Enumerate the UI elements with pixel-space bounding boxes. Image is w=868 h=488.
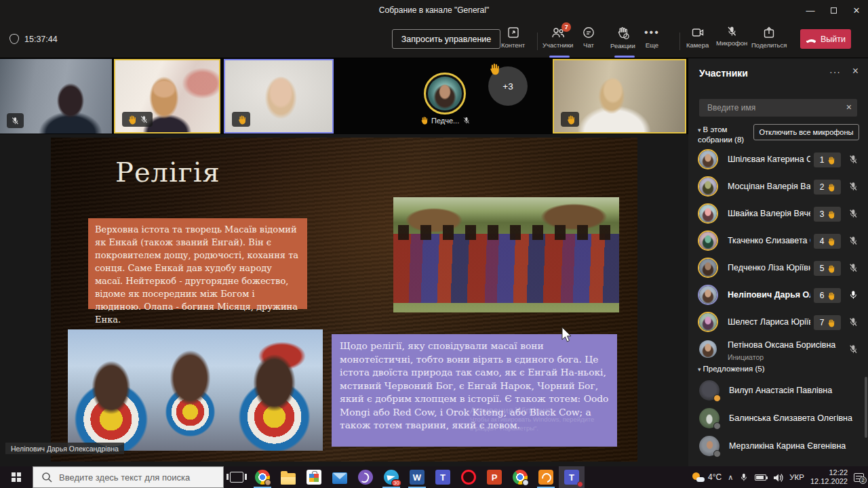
video-tile-1[interactable] [0, 59, 112, 134]
participant-row[interactable]: Шпілєвая Катерина Оле... 1 [688, 146, 868, 174]
action-center-icon[interactable]: 2 [854, 473, 864, 482]
unread-badge: 30 [391, 479, 401, 487]
task-view-button[interactable] [224, 466, 250, 488]
mic-off-icon[interactable] [848, 344, 859, 354]
panel-scrollbar[interactable] [865, 377, 867, 438]
mic-off-icon[interactable] [848, 263, 859, 273]
participant-row[interactable]: Ткаченко Єлизавета Ол... 4 [688, 228, 868, 255]
section-in-meeting[interactable]: ▾В этом собрании (8) [698, 125, 751, 144]
mic-off-icon[interactable] [848, 182, 859, 192]
offline-badge [713, 450, 721, 458]
section-suggestions[interactable]: ▾Предложения (5) [698, 365, 765, 373]
taskbar-search[interactable] [33, 466, 224, 488]
teams-meeting-window: Собрание в канале "General" — ✕ 15:37:44… [0, 0, 868, 488]
telegram-icon: 30 [384, 470, 399, 485]
orange-app-icon [538, 470, 553, 485]
reactions-button[interactable]: Реакции [610, 26, 635, 49]
share-button[interactable]: Поделиться [751, 26, 787, 49]
more-button[interactable]: ••• Еще [644, 26, 660, 49]
participant-row[interactable]: Мосціпан Валерія Васи... 2 [688, 174, 868, 201]
weather-widget[interactable]: 4°C [692, 472, 722, 482]
mute-all-button[interactable]: Отключить все микрофоны [753, 124, 859, 140]
mic-off-icon [726, 26, 738, 37]
teams-button[interactable]: T [430, 466, 456, 488]
word-icon: W [410, 470, 425, 485]
content-button[interactable]: Контент [501, 26, 525, 49]
participants-panel: Участники ··· × × ▾В этом собрании (8) О… [688, 58, 868, 466]
viber-button[interactable] [353, 466, 378, 488]
panel-more-icon[interactable]: ··· [829, 66, 841, 77]
telegram-button[interactable]: 30 [378, 466, 404, 488]
panel-close-icon[interactable]: × [852, 65, 859, 77]
camera-button[interactable]: Камера [686, 26, 709, 49]
tray-time: 12:22 [810, 468, 848, 477]
organizer-role-label: Инициатор [728, 353, 764, 361]
leave-button[interactable]: Выйти [800, 29, 851, 49]
participant-row-organizer[interactable]: Петінова Оксана Борисівна Инициатор [688, 336, 868, 363]
chat-button[interactable]: Чат [582, 26, 595, 49]
suggestion-row[interactable]: Вилуп Анастасія Павлівна [688, 377, 868, 405]
word-button[interactable]: W [404, 466, 430, 488]
share-up-icon [762, 26, 776, 39]
hangup-icon [806, 35, 816, 44]
participant-row[interactable]: Швайка Валерія Вячесл... 3 [688, 201, 868, 228]
request-control-button[interactable]: Запросить управление [392, 29, 500, 49]
mic-off-icon[interactable] [848, 209, 859, 219]
mic-on-icon[interactable] [848, 290, 859, 300]
opera-button[interactable] [456, 466, 481, 488]
search-clear-icon[interactable]: × [846, 102, 852, 113]
participant-row[interactable]: Педченко Ліза Юріївна 5 [688, 255, 868, 282]
mail-button[interactable] [327, 466, 353, 488]
mic-off-icon[interactable] [848, 155, 859, 165]
clock[interactable]: 12:22 12.12.2022 [810, 468, 848, 486]
powerpoint-button[interactable]: P [481, 466, 507, 488]
taskbar-search-input[interactable] [58, 472, 214, 483]
mic-off-icon [11, 117, 20, 125]
teams-active-button[interactable]: T [559, 466, 585, 488]
raised-hand-icon [826, 183, 835, 192]
windows-activation-watermark: Активация Windows Чтобы активировать Win… [470, 406, 626, 432]
minimize-button[interactable]: — [799, 0, 822, 20]
file-explorer-button[interactable] [275, 466, 301, 488]
reactions-active-underline [614, 56, 635, 58]
chrome-button[interactable] [250, 466, 275, 488]
start-button[interactable] [0, 466, 33, 488]
suggestion-row[interactable]: Мерзликіна Карина Євгенівна [688, 432, 868, 460]
participant-search[interactable]: × [699, 99, 857, 117]
windows-taskbar: 30 W T P T 4°C ∧ УКР 12:22 12.12.2022 [0, 466, 868, 488]
audio-participant-avatar[interactable] [424, 73, 466, 115]
participants-button[interactable]: 7 Участники [542, 26, 573, 49]
notification-badge: 2 [859, 476, 867, 484]
chrome-secondary-button[interactable] [507, 466, 533, 488]
close-button[interactable]: ✕ [845, 0, 868, 20]
tray-mic-icon[interactable] [739, 472, 749, 483]
away-badge [713, 394, 721, 402]
hand-order-badge: 5 [814, 261, 841, 276]
toolbar-divider [537, 33, 538, 50]
video-tile-5[interactable] [553, 59, 686, 134]
video-tile-3[interactable] [224, 59, 334, 134]
video-tile-2[interactable] [114, 59, 220, 134]
mic-off-icon[interactable] [848, 236, 859, 246]
orange-app-button[interactable] [533, 466, 559, 488]
system-tray: 4°C ∧ УКР 12:22 12.12.2022 2 [692, 466, 868, 488]
volume-icon[interactable] [772, 472, 783, 482]
tile5-status [561, 112, 579, 127]
avatar [428, 77, 462, 110]
chevron-down-icon: ▾ [698, 366, 701, 373]
microsoft-store-button[interactable] [301, 466, 327, 488]
avatar [699, 436, 719, 456]
language-indicator[interactable]: УКР [789, 473, 804, 481]
participant-row-speaking[interactable]: Неліпович Дарья Олек... 6 [688, 282, 868, 309]
participant-search-input[interactable] [706, 99, 835, 117]
hidden-icons-chevron[interactable]: ∧ [728, 473, 733, 482]
avatar [698, 312, 718, 332]
microphone-button[interactable]: Микрофон [716, 26, 747, 47]
camera-icon [691, 26, 705, 39]
chrome-icon [513, 470, 528, 485]
participant-row[interactable]: Шелест Лариса Юріївна 7 [688, 309, 868, 336]
maximize-button[interactable] [822, 0, 845, 20]
mic-off-icon[interactable] [848, 317, 859, 327]
battery-icon[interactable] [755, 474, 766, 481]
suggestion-row[interactable]: Балинська Єлизавета Олегівна [688, 405, 868, 432]
